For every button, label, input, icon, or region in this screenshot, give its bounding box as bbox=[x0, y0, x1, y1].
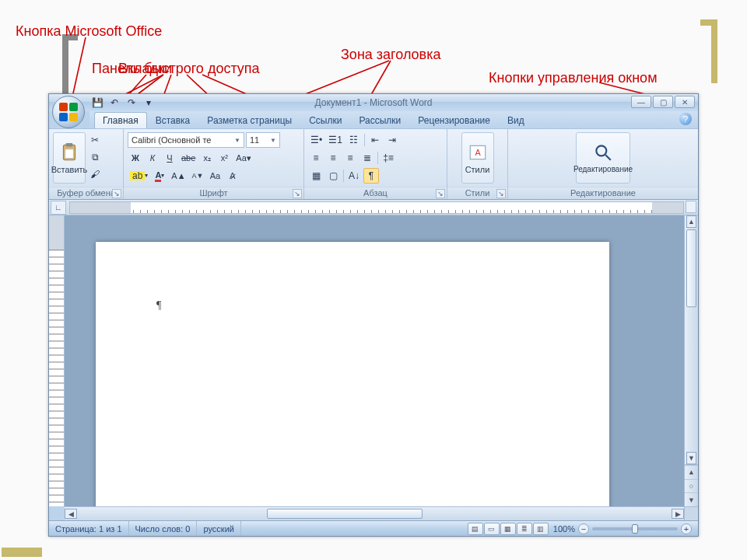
align-left-icon: ≡ bbox=[313, 153, 318, 163]
paragraph-label-text: Абзац bbox=[363, 188, 388, 198]
scroll-down-button[interactable]: ▼ bbox=[686, 452, 696, 464]
status-page[interactable]: Страница: 1 из 1 bbox=[49, 521, 129, 536]
horizontal-ruler[interactable] bbox=[69, 201, 684, 214]
paste-button[interactable]: Вставить bbox=[53, 132, 86, 184]
view-print-layout[interactable]: ▤ bbox=[468, 523, 483, 535]
document-area[interactable]: ¶ bbox=[65, 215, 684, 506]
page[interactable]: ¶ bbox=[96, 242, 609, 506]
editing-button[interactable]: Редактирование bbox=[576, 132, 630, 184]
copy-button[interactable]: ⧉ bbox=[87, 149, 103, 165]
tab-insert[interactable]: Вставка bbox=[147, 112, 199, 128]
bullets-icon: ☰• bbox=[310, 135, 322, 145]
help-button[interactable]: ? bbox=[679, 113, 692, 125]
vertical-scrollbar[interactable]: ▲ ▼ ▲ ○ ▼ bbox=[684, 215, 698, 506]
font-size-combo[interactable]: 11▼ bbox=[246, 132, 280, 148]
office-logo-icon bbox=[59, 103, 78, 121]
tab-mailings[interactable]: Рассылки bbox=[350, 112, 409, 128]
shading-button[interactable]: ▦ bbox=[308, 168, 324, 184]
status-language[interactable]: русский bbox=[197, 521, 240, 536]
show-marks-button[interactable]: ¶ bbox=[363, 168, 379, 184]
scroll-up-button[interactable]: ▲ bbox=[686, 215, 696, 228]
annot-office-btn: Кнопка Microsoft Office bbox=[16, 23, 162, 40]
multilevel-button[interactable]: ☷ bbox=[346, 132, 362, 148]
close-button[interactable]: ✕ bbox=[675, 96, 695, 108]
format-painter-button[interactable]: 🖌 bbox=[87, 166, 103, 182]
paragraph-dialog-launcher[interactable]: ↘ bbox=[436, 189, 445, 198]
ruler-toggle[interactable] bbox=[686, 201, 696, 213]
annot-win-ctrl: Кнопки управления окном bbox=[489, 70, 658, 86]
clear-format-button[interactable]: A̷ bbox=[225, 168, 240, 184]
indent-dec-button[interactable]: ⇤ bbox=[367, 132, 383, 148]
shrink-font-button[interactable]: A▼ bbox=[190, 168, 206, 184]
view-web-layout[interactable]: ▦ bbox=[500, 523, 516, 535]
tab-home[interactable]: Главная bbox=[94, 112, 147, 128]
font-dialog-launcher[interactable]: ↘ bbox=[293, 189, 302, 198]
zoom-slider[interactable] bbox=[592, 527, 678, 530]
strike-button[interactable]: abe bbox=[179, 150, 198, 166]
zoom-in-button[interactable]: + bbox=[681, 523, 692, 534]
next-page-button[interactable]: ▼ bbox=[685, 492, 698, 506]
copy-icon: ⧉ bbox=[92, 152, 99, 162]
superscript-button[interactable]: x² bbox=[216, 150, 232, 166]
view-draft[interactable]: ▥ bbox=[533, 523, 549, 535]
clipboard-dialog-launcher[interactable]: ↘ bbox=[112, 189, 121, 198]
line-spacing-button[interactable]: ‡≡ bbox=[381, 150, 396, 166]
tab-review[interactable]: Рецензирование bbox=[409, 112, 499, 128]
hscroll-thumb[interactable] bbox=[267, 509, 423, 519]
grow-font-button[interactable]: A▲ bbox=[169, 168, 188, 184]
view-outline[interactable]: ≣ bbox=[517, 523, 532, 535]
title-bar: 💾 ↶ ↷ ▾ Документ1 - Microsoft Word — ▢ ✕ bbox=[49, 94, 698, 111]
qat-redo[interactable]: ↷ bbox=[124, 96, 139, 110]
tab-page-layout[interactable]: Разметка страницы bbox=[198, 112, 300, 128]
scroll-right-button[interactable]: ▶ bbox=[672, 509, 684, 519]
align-left-button[interactable]: ≡ bbox=[308, 150, 324, 166]
tab-view[interactable]: Вид bbox=[499, 112, 533, 128]
align-center-button[interactable]: ≡ bbox=[325, 150, 341, 166]
prev-page-button[interactable]: ▲ bbox=[685, 465, 698, 479]
styles-dialog-launcher[interactable]: ↘ bbox=[496, 189, 506, 198]
group-font: Calibri (Основной те▼ 11▼ Ж К Ч abe x₂ x… bbox=[124, 129, 304, 199]
select-browse-button[interactable]: ○ bbox=[685, 479, 698, 493]
bullets-button[interactable]: ☰• bbox=[308, 132, 324, 148]
change-case-button[interactable]: Aa bbox=[208, 168, 223, 184]
tab-references[interactable]: Ссылки bbox=[300, 112, 350, 128]
cut-button[interactable]: ✂ bbox=[87, 132, 103, 148]
italic-button[interactable]: К bbox=[145, 150, 160, 166]
font-color-button[interactable]: A▾ bbox=[152, 168, 167, 184]
zoom-out-button[interactable]: − bbox=[578, 523, 589, 534]
underline-button[interactable]: Ч bbox=[162, 150, 177, 166]
qat-undo[interactable]: ↶ bbox=[107, 96, 122, 110]
align-justify-button[interactable]: ≣ bbox=[359, 150, 375, 166]
change-case-icon: Aa bbox=[210, 171, 220, 180]
close-icon: ✕ bbox=[682, 98, 688, 107]
qat-custom[interactable]: ▾ bbox=[141, 96, 156, 110]
window-controls: — ▢ ✕ bbox=[631, 96, 695, 108]
svg-point-29 bbox=[596, 145, 606, 156]
indent-inc-button[interactable]: ⇥ bbox=[384, 132, 400, 148]
tab-selector[interactable]: ∟ bbox=[51, 201, 66, 215]
zoom-value[interactable]: 100% bbox=[553, 524, 575, 534]
numbering-button[interactable]: ☰1 bbox=[326, 132, 345, 148]
office-button[interactable] bbox=[52, 96, 85, 128]
text-effects-button[interactable]: Aa▾ bbox=[233, 150, 253, 166]
bold-button[interactable]: Ж bbox=[128, 150, 143, 166]
align-right-button[interactable]: ≡ bbox=[342, 150, 358, 166]
maximize-button[interactable]: ▢ bbox=[653, 96, 673, 108]
minimize-button[interactable]: — bbox=[631, 96, 651, 108]
scroll-left-button[interactable]: ◀ bbox=[65, 509, 77, 519]
qat-save[interactable]: 💾 bbox=[89, 96, 105, 110]
horizontal-scrollbar[interactable]: ◀ ▶ bbox=[65, 506, 684, 520]
borders-button[interactable]: ▢ bbox=[325, 168, 341, 184]
subscript-button[interactable]: x₂ bbox=[199, 150, 215, 166]
status-words[interactable]: Число слов: 0 bbox=[129, 521, 198, 536]
view-full-reading[interactable]: ▭ bbox=[484, 523, 500, 535]
sort-button[interactable]: A↓ bbox=[346, 168, 362, 184]
styles-button[interactable]: A Стили bbox=[461, 132, 494, 184]
highlight-button[interactable]: ab▾ bbox=[128, 168, 150, 184]
vscroll-thumb[interactable] bbox=[686, 229, 696, 307]
sort-icon: A↓ bbox=[349, 171, 359, 180]
zoom-knob[interactable] bbox=[632, 524, 638, 534]
font-family-combo[interactable]: Calibri (Основной те▼ bbox=[128, 132, 244, 148]
vertical-ruler[interactable] bbox=[49, 215, 65, 506]
svg-text:A: A bbox=[475, 148, 481, 157]
